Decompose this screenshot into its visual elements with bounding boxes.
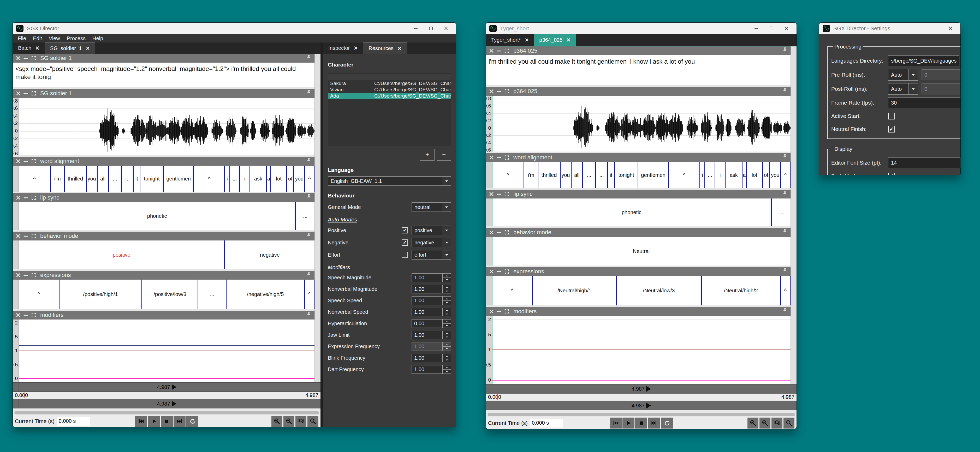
segment[interactable]: phonetic: [19, 202, 295, 230]
segments-content[interactable]: Neutral: [492, 237, 791, 265]
playhead[interactable]: [492, 316, 493, 384]
segment[interactable]: ^: [19, 279, 59, 309]
speech-magnitude-spinbox[interactable]: 1.00: [412, 273, 451, 282]
duration-slider[interactable]: 4.987: [13, 382, 320, 392]
minimize-icon[interactable]: [496, 89, 501, 94]
tab-tyger-short-[interactable]: Tyger_short*✕: [486, 34, 534, 46]
menu-process[interactable]: Process: [64, 35, 89, 42]
skip-end-button[interactable]: [648, 417, 660, 428]
pin-icon[interactable]: [783, 47, 788, 53]
zoom-in-button[interactable]: [748, 417, 759, 428]
current-time-field[interactable]: 0.000 s: [530, 419, 563, 428]
segment[interactable]: /Neutral/high/1: [532, 276, 616, 305]
playhead[interactable]: [492, 162, 493, 188]
close-icon[interactable]: [16, 195, 21, 200]
minimize-icon[interactable]: [24, 91, 28, 96]
close-icon[interactable]: [16, 273, 21, 278]
segment[interactable]: ...: [121, 166, 133, 192]
segment[interactable]: a: [266, 166, 270, 192]
script-text-editor[interactable]: i'm thrilled you all could make it tonig…: [486, 55, 791, 85]
current-time-field[interactable]: 0.000 s: [57, 417, 90, 426]
pin-icon[interactable]: [306, 54, 311, 60]
segment[interactable]: /Neutral/low/3: [616, 276, 701, 305]
stop-button[interactable]: [161, 416, 173, 427]
maximize-icon[interactable]: [504, 269, 509, 274]
horizontal-scrollbar[interactable]: [486, 412, 797, 417]
segment[interactable]: i'm: [50, 166, 64, 192]
loop-button[interactable]: [661, 417, 673, 428]
segment[interactable]: /positive/high/1: [59, 279, 142, 309]
language-select[interactable]: English_GB-EAW_1.1: [328, 176, 451, 186]
menu-help[interactable]: Help: [89, 35, 107, 42]
pin-icon[interactable]: [306, 157, 311, 163]
negative-select[interactable]: negative: [412, 238, 451, 247]
maximize-icon[interactable]: [31, 159, 36, 164]
stop-button[interactable]: [635, 417, 647, 428]
auto-mode-select[interactable]: Auto: [888, 69, 918, 81]
pin-icon[interactable]: [783, 308, 788, 314]
segment[interactable]: ^: [780, 276, 791, 305]
pin-icon[interactable]: [306, 90, 311, 95]
tab-resources[interactable]: Resources✕: [363, 43, 407, 54]
segment[interactable]: i: [239, 166, 250, 192]
segment[interactable]: of: [762, 162, 769, 188]
segment[interactable]: ask: [250, 166, 266, 192]
add-character-button[interactable]: +: [420, 149, 434, 161]
timeline-ruler[interactable]: 0.0004.987: [13, 392, 320, 399]
segment[interactable]: ^: [780, 162, 791, 188]
close-icon[interactable]: [784, 26, 789, 31]
range-slider[interactable]: 4.987: [486, 401, 797, 410]
segment[interactable]: lot: [270, 166, 286, 192]
pin-icon[interactable]: [783, 190, 788, 196]
pin-icon[interactable]: [306, 311, 311, 317]
play-button[interactable]: [622, 417, 635, 428]
close-icon[interactable]: [489, 192, 494, 197]
close-icon[interactable]: [444, 26, 449, 31]
playhead[interactable]: [492, 96, 493, 152]
maximize-icon[interactable]: [504, 89, 509, 94]
maximize-icon[interactable]: [31, 273, 36, 278]
maximize-icon[interactable]: [504, 309, 509, 314]
maximize-icon[interactable]: [769, 26, 774, 31]
remove-character-button[interactable]: −: [437, 149, 451, 161]
segment[interactable]: you: [86, 166, 97, 192]
character-row[interactable]: AdaC:/Users/berge/SG_DEV/SG_Characte...: [328, 93, 451, 99]
maximize-icon[interactable]: [504, 155, 509, 160]
segment[interactable]: i: [700, 162, 705, 188]
playhead[interactable]: [19, 166, 19, 192]
dart-frequency-spinbox[interactable]: 1.00: [412, 365, 451, 374]
playhead[interactable]: [492, 276, 493, 305]
segment[interactable]: all: [571, 162, 582, 188]
segments-content[interactable]: ^i'mthrilledyouall......ittonightgentlem…: [492, 162, 791, 188]
timeline-ruler[interactable]: 0.0004.987: [486, 393, 797, 401]
segment[interactable]: you: [769, 162, 780, 188]
script-text-editor[interactable]: <sgx mode="positive" speech_magnitude="1…: [13, 63, 315, 87]
playhead[interactable]: [492, 198, 493, 227]
modifier-curve[interactable]: [19, 350, 315, 351]
segment[interactable]: ^: [19, 166, 50, 192]
speech-speed-spinbox[interactable]: 1.00: [412, 296, 451, 305]
roll-ms-input[interactable]: 0: [921, 70, 961, 80]
zoom-fit-button[interactable]: [772, 417, 783, 428]
segment[interactable]: Neutral: [492, 237, 791, 265]
maximize-icon[interactable]: [504, 192, 509, 197]
segment[interactable]: gentlemen: [638, 162, 668, 188]
waveform-plot[interactable]: [19, 98, 315, 155]
close-icon[interactable]: [489, 309, 494, 314]
zoom-button[interactable]: [783, 417, 794, 428]
segment[interactable]: negative: [224, 241, 315, 269]
dark-mode-checkbox[interactable]: [888, 173, 895, 175]
expression-frequency-spinbox[interactable]: 1.00: [412, 342, 451, 351]
skip-end-button[interactable]: [173, 416, 186, 427]
close-icon[interactable]: [16, 234, 21, 238]
menu-file[interactable]: File: [14, 35, 30, 42]
modifier-curve[interactable]: [492, 349, 791, 350]
minimize-icon[interactable]: [24, 234, 28, 238]
zoom-in-button[interactable]: [271, 416, 282, 427]
segment[interactable]: ...: [705, 162, 714, 188]
pin-icon[interactable]: [783, 88, 788, 94]
segment[interactable]: ...: [595, 162, 607, 188]
effort-checkbox[interactable]: [402, 252, 408, 258]
pin-icon[interactable]: [306, 271, 311, 277]
minimize-icon[interactable]: [24, 313, 28, 317]
